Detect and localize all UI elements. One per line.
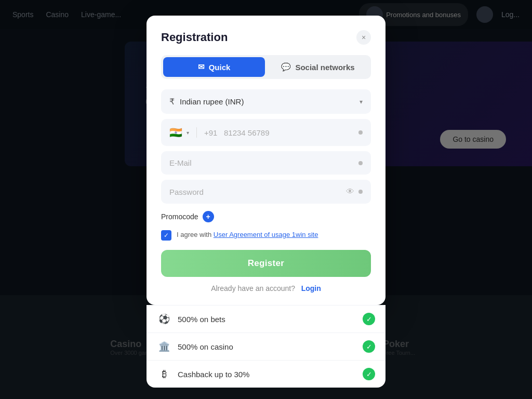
password-placeholder: Password xyxy=(169,188,342,196)
envelope-icon: ✉ xyxy=(198,62,205,72)
login-link[interactable]: Login xyxy=(301,284,321,292)
promo-bets-check-icon: ✓ xyxy=(363,313,375,325)
promo-item-casino: 🏛️ 500% on casino ✓ xyxy=(147,332,385,360)
promo-panel: ⚽ 500% on bets ✓ 🏛️ 500% on casino ✓ ₿ C… xyxy=(147,305,385,388)
promo-bets-text: 500% on bets xyxy=(178,315,356,324)
promocode-label: Promocode xyxy=(161,212,198,221)
promo-item-cashback: ₿ Cashback up to 30% ✓ xyxy=(147,360,385,388)
phone-prefix: +91 81234 56789 xyxy=(204,128,354,137)
agreement-link[interactable]: User Agreement of usage 1win site xyxy=(214,231,318,238)
india-flag-icon: 🇮🇳 xyxy=(169,126,182,139)
rupee-icon: ₹ xyxy=(169,97,175,107)
phone-field[interactable]: 🇮🇳 ▾ +91 81234 56789 xyxy=(161,119,371,146)
chat-icon: 💬 xyxy=(281,62,291,72)
registration-modal-container: Registration × ✉ Quick 💬 Social networks… xyxy=(147,16,385,388)
tab-quick-label: Quick xyxy=(209,63,231,72)
already-account-text: Already have an account? xyxy=(211,284,295,292)
promo-casino-check-icon: ✓ xyxy=(363,340,375,353)
promocode-add-button[interactable]: + xyxy=(203,211,214,222)
tab-quick[interactable]: ✉ Quick xyxy=(163,57,265,77)
casino-building-icon: 🏛️ xyxy=(157,341,171,352)
tab-social-networks[interactable]: 💬 Social networks xyxy=(267,57,369,77)
phone-field-indicator xyxy=(358,130,363,135)
password-field[interactable]: Password 👁 xyxy=(161,180,371,204)
registration-tabs: ✉ Quick 💬 Social networks xyxy=(161,55,371,79)
soccer-ball-icon: ⚽ xyxy=(157,313,171,325)
chevron-down-icon: ▾ xyxy=(360,98,363,105)
phone-divider xyxy=(196,127,197,138)
country-dropdown-arrow: ▾ xyxy=(187,130,189,136)
form-fields: ₹ Indian rupee (INR) ▾ 🇮🇳 ▾ +91 81234 56… xyxy=(161,89,371,204)
currency-value: Indian rupee (INR) xyxy=(180,97,354,106)
promocode-row: Promocode + xyxy=(161,211,371,222)
email-field[interactable]: E-Mail xyxy=(161,151,371,175)
login-row: Already have an account? Login xyxy=(161,284,371,292)
register-button[interactable]: Register xyxy=(161,250,371,277)
password-field-indicator xyxy=(358,190,363,194)
close-button[interactable]: × xyxy=(356,30,371,45)
tab-social-label: Social networks xyxy=(295,63,354,72)
currency-select[interactable]: ₹ Indian rupee (INR) ▾ xyxy=(161,89,371,114)
promo-cashback-check-icon: ✓ xyxy=(363,368,375,380)
eye-icon: 👁 xyxy=(346,187,354,196)
promo-item-bets: ⚽ 500% on bets ✓ xyxy=(147,305,385,332)
agreement-row: ✓ I agree with User Agreement of usage 1… xyxy=(161,230,371,241)
bitcoin-icon: ₿ xyxy=(157,369,171,380)
registration-modal: Registration × ✉ Quick 💬 Social networks… xyxy=(147,16,385,305)
checkmark-icon: ✓ xyxy=(164,232,169,239)
modal-title: Registration xyxy=(161,31,228,44)
email-placeholder: E-Mail xyxy=(169,158,354,167)
email-field-indicator xyxy=(358,161,363,165)
promo-casino-text: 500% on casino xyxy=(178,342,356,351)
modal-header: Registration × xyxy=(161,30,371,45)
agreement-checkbox[interactable]: ✓ xyxy=(161,230,171,241)
agreement-text: I agree with User Agreement of usage 1wi… xyxy=(177,230,318,240)
promo-cashback-text: Cashback up to 30% xyxy=(178,370,356,379)
